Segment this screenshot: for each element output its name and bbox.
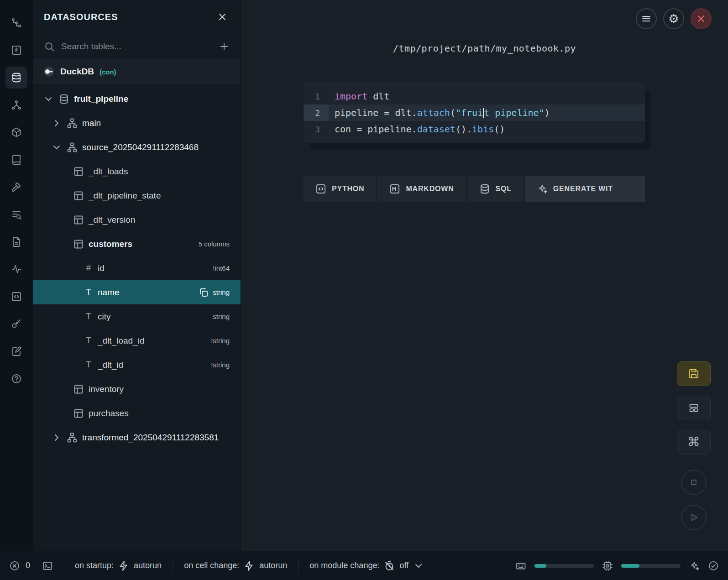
save-button[interactable] [677, 361, 711, 386]
notebook-path: /tmp/project/path/my_notebook.py [241, 43, 728, 54]
activity-bar [0, 0, 33, 551]
tree-row-schema[interactable]: main [33, 111, 241, 135]
add-markdown-cell-button[interactable]: MARKDOWN [377, 176, 466, 202]
chevron-down-icon [413, 560, 424, 571]
run-button[interactable] [681, 505, 707, 530]
code-cell[interactable]: 1 import dlt 2 pipeline = dlt.attach("fr… [304, 82, 645, 143]
dependencies-icon[interactable] [5, 94, 27, 116]
errors-indicator[interactable] [9, 560, 20, 571]
packages-icon[interactable] [5, 121, 27, 143]
tree-row-column[interactable]: # id !int64 [33, 256, 241, 280]
on-startup-setting[interactable]: on startup: autorun [64, 558, 173, 574]
table-icon [73, 190, 84, 201]
table-icon [73, 214, 84, 225]
duckdb-logo-icon [43, 66, 55, 78]
layout-toggle-button[interactable] [677, 396, 711, 420]
tree-row-table[interactable]: _dlt_loads [33, 159, 241, 183]
search-input[interactable] [61, 42, 208, 52]
engine-name: DuckDB [60, 67, 94, 77]
chevron-down-icon [43, 94, 54, 105]
ai-sparkle-button[interactable] [689, 560, 700, 571]
table-icon [73, 239, 84, 250]
notebook-actions: ⌘ [677, 361, 711, 530]
tools-icon[interactable] [5, 176, 27, 198]
on-cell-change-value: autorun [259, 561, 287, 570]
on-startup-value: autorun [134, 561, 162, 570]
tree-row-table[interactable]: _dlt_version [33, 208, 241, 232]
cpu-size-slider[interactable] [621, 564, 681, 568]
tree-row-column-selected[interactable]: T name string [33, 280, 241, 304]
status-left: 0 [9, 558, 64, 574]
chevron-right-icon [51, 118, 62, 129]
tracing-icon[interactable] [5, 258, 27, 280]
on-cell-change-label: on cell change: [184, 561, 239, 570]
datasources-header: DATASOURCES [33, 0, 241, 34]
tree-row-column[interactable]: T _dlt_id !string [33, 353, 241, 377]
settings-button[interactable]: ⚙ [663, 8, 684, 29]
engine-connection: (con) [100, 68, 116, 76]
code-line: 1 import dlt [304, 88, 645, 105]
tree-row-schema[interactable]: source_202504291112283468 [33, 135, 241, 159]
database-icon [479, 183, 490, 194]
sparkles-icon [537, 183, 548, 194]
code-line: 3 con = pipeline.dataset().ibis() [304, 121, 645, 137]
keyboard-size-slider[interactable] [534, 564, 594, 568]
tree-row-table[interactable]: _dlt_pipeline_state [33, 183, 241, 208]
line-number: 3 [304, 121, 329, 137]
tree-row-column[interactable]: T city string [33, 304, 241, 329]
on-startup-label: on startup: [75, 561, 114, 570]
logs-search-icon[interactable] [5, 204, 27, 225]
logo-icon[interactable] [5, 12, 27, 34]
tree-row-column[interactable]: T _dlt_load_id !string [33, 329, 241, 353]
interrupt-button[interactable] [681, 470, 707, 495]
scratchpad-icon[interactable] [5, 340, 27, 362]
on-module-change-value: off [399, 561, 409, 570]
tree-row-table[interactable]: customers 5 columns [33, 232, 241, 256]
add-datasource-button[interactable] [214, 37, 234, 56]
generate-with-ai-button[interactable]: GENERATE WIT [525, 176, 645, 202]
dtype-badge: !string [211, 361, 230, 369]
save-icon [688, 368, 699, 379]
menu-button[interactable] [636, 8, 657, 29]
lightning-icon [244, 560, 255, 571]
on-cell-change-setting[interactable]: on cell change: autorun [173, 558, 298, 574]
tree-row-database[interactable]: fruit_pipeline [33, 87, 241, 111]
connection-status-button[interactable] [708, 560, 719, 571]
terminal-button[interactable] [42, 560, 53, 571]
duckdb-connection[interactable]: DuckDB (con) [33, 59, 241, 84]
app-root: DATASOURCES DuckDB (con) fruit_pipeline [0, 0, 728, 580]
cpu-icon [602, 560, 613, 571]
tree-row-schema[interactable]: transformed_202504291112283581 [33, 425, 241, 449]
close-panel-button[interactable] [217, 11, 228, 22]
number-type-icon: # [84, 263, 93, 273]
content-area: DATASOURCES DuckDB (con) fruit_pipeline [0, 0, 728, 551]
tree-row-table[interactable]: purchases [33, 401, 241, 425]
notebook-area: ⚙ /tmp/project/path/my_notebook.py 1 imp… [241, 0, 728, 551]
schema-tree: fruit_pipeline main source_2025042911122… [33, 84, 241, 551]
help-icon[interactable] [5, 368, 27, 390]
check-circle-icon [708, 560, 719, 571]
copy-icon[interactable] [198, 287, 209, 298]
shutdown-button[interactable] [691, 8, 712, 29]
on-module-change-setting[interactable]: on module change: off [298, 558, 435, 574]
command-palette-button[interactable]: ⌘ [677, 430, 711, 455]
text-type-icon: T [84, 312, 93, 321]
line-number: 1 [304, 88, 329, 105]
datasources-icon[interactable] [5, 67, 27, 89]
search-row [33, 34, 241, 59]
add-sql-cell-button[interactable]: SQL [467, 176, 524, 202]
on-module-change-label: on module change: [309, 561, 379, 570]
dtype-badge: string [198, 287, 230, 298]
file-explorer-icon[interactable] [5, 231, 27, 253]
column-count-badge: 5 columns [199, 240, 230, 248]
status-bar: 0 on startup: autorun on cell change: au… [0, 551, 728, 580]
chevron-right-icon [51, 432, 62, 443]
lightning-icon [118, 560, 129, 571]
snippets-icon[interactable] [5, 286, 27, 308]
functions-icon[interactable] [5, 39, 27, 61]
terminal-icon [42, 560, 53, 571]
secrets-icon[interactable] [5, 313, 27, 335]
add-python-cell-button[interactable]: PYTHON [304, 176, 376, 202]
documentation-icon[interactable] [5, 149, 27, 171]
tree-row-table[interactable]: inventory [33, 377, 241, 401]
